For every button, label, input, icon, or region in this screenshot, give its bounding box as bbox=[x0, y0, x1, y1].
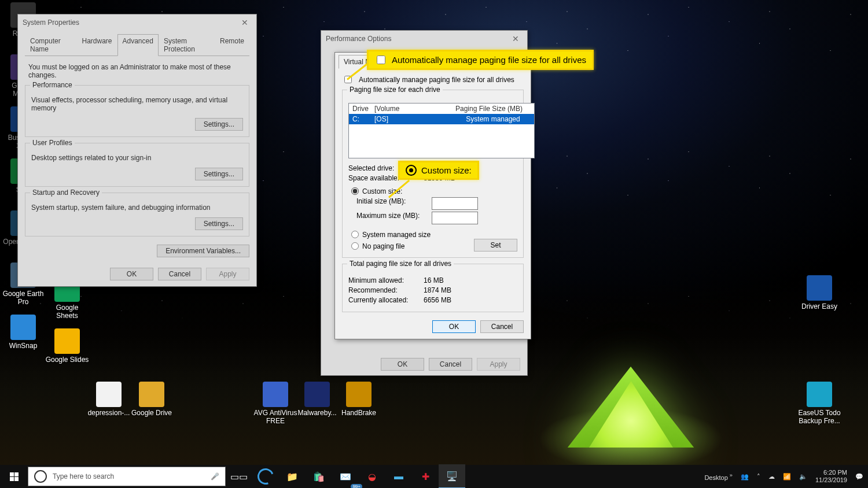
tab-system-protection[interactable]: System Protection bbox=[159, 34, 215, 56]
taskbar: Type here to search 🎤 ▭▭ 📁 🛍️ ✉️ ◒ ▬ ✚ 🖥… bbox=[0, 465, 868, 488]
apply-button[interactable]: Apply bbox=[206, 268, 249, 280]
window-title: System Properties bbox=[23, 19, 79, 27]
start-button[interactable] bbox=[0, 465, 28, 488]
desktop-icon[interactable]: EaseUS Todo Backup Fre... bbox=[797, 382, 841, 426]
startup-settings-button[interactable]: Settings... bbox=[195, 217, 243, 230]
vivaldi-icon[interactable]: ◒ bbox=[359, 465, 385, 488]
tab-remote[interactable]: Remote bbox=[215, 34, 249, 56]
search-input[interactable]: Type here to search 🎤 bbox=[28, 467, 226, 486]
titlebar[interactable]: System Properties ✕ bbox=[18, 14, 256, 31]
vm-cancel-button[interactable]: Cancel bbox=[480, 320, 524, 333]
radio-custom-size[interactable]: Custom size: bbox=[348, 186, 517, 195]
desktop-icon[interactable]: HandBrake bbox=[337, 382, 381, 417]
callout-auto-manage: Automatically manage paging file size fo… bbox=[367, 50, 594, 70]
po-apply-button[interactable]: Apply bbox=[477, 358, 520, 371]
app-icon-1[interactable]: ▬ bbox=[385, 465, 412, 488]
admin-note: You must be logged on as an Administrato… bbox=[28, 63, 246, 79]
store-icon[interactable]: 🛍️ bbox=[306, 465, 332, 488]
file-explorer-icon[interactable]: 📁 bbox=[279, 465, 306, 488]
app-icon-2[interactable]: ✚ bbox=[412, 465, 439, 488]
desktop-icon[interactable]: Google Drive bbox=[130, 382, 174, 417]
radio-no-paging[interactable]: No paging file bbox=[348, 241, 404, 250]
mail-icon[interactable]: ✉️ bbox=[332, 465, 359, 488]
desktop-icon[interactable]: WinSnap bbox=[1, 315, 45, 350]
people-icon[interactable]: 👥 bbox=[741, 473, 749, 480]
ok-button[interactable]: OK bbox=[110, 268, 153, 280]
volume-icon[interactable]: 🔈 bbox=[799, 473, 807, 480]
initial-size-input[interactable] bbox=[432, 197, 478, 210]
set-button[interactable]: Set bbox=[474, 239, 517, 252]
cancel-button[interactable]: Cancel bbox=[158, 268, 201, 280]
notifications-icon[interactable]: 💬 bbox=[855, 473, 863, 480]
desktop-icon[interactable]: AVG AntiVirus FREE bbox=[253, 382, 297, 426]
po-cancel-button[interactable]: Cancel bbox=[429, 358, 472, 371]
close-icon[interactable]: ✕ bbox=[509, 34, 523, 43]
desktop-icon[interactable]: Google Slides bbox=[45, 328, 89, 364]
edge-icon[interactable] bbox=[252, 465, 279, 488]
drive-list[interactable]: Drive[VolumePaging File Size (MB) C: [OS… bbox=[348, 103, 535, 158]
callout-custom-size: Custom size: bbox=[398, 161, 479, 180]
titlebar[interactable]: Performance Options ✕ bbox=[321, 31, 527, 47]
system-properties-window: System Properties ✕ Computer Name Hardwa… bbox=[17, 14, 257, 287]
auto-manage-checkbox[interactable]: Automatically manage paging file size fo… bbox=[342, 74, 524, 85]
task-view-icon[interactable]: ▭▭ bbox=[226, 465, 252, 488]
clock[interactable]: 6:20 PM 11/23/2019 bbox=[815, 469, 847, 484]
wifi-icon[interactable]: 📶 bbox=[783, 473, 791, 480]
po-ok-button[interactable]: OK bbox=[381, 358, 424, 371]
close-icon[interactable]: ✕ bbox=[238, 18, 252, 27]
virtual-memory-dialog: Virtual Memory Automatically manage pagi… bbox=[334, 52, 531, 339]
radio-system-managed[interactable]: System managed size bbox=[348, 229, 517, 239]
tray-chevron-icon[interactable]: ˄ bbox=[757, 473, 760, 480]
mic-icon[interactable]: 🎤 bbox=[211, 472, 219, 480]
tab-computer-name[interactable]: Computer Name bbox=[25, 34, 76, 56]
window-title: Performance Options bbox=[326, 35, 391, 43]
performance-settings-button[interactable]: Settings... bbox=[195, 118, 243, 131]
onedrive-icon[interactable]: ☁ bbox=[768, 473, 775, 480]
sysprops-tabs: Computer Name Hardware Advanced System P… bbox=[25, 34, 249, 56]
profiles-settings-button[interactable]: Settings... bbox=[195, 168, 243, 180]
drive-row-c[interactable]: C: [OS] System managed bbox=[349, 114, 534, 124]
tab-advanced[interactable]: Advanced bbox=[117, 34, 159, 56]
callout-checkbox-icon bbox=[377, 56, 385, 64]
desktop-icon[interactable]: Driver Easy bbox=[797, 275, 841, 311]
tab-hardware[interactable]: Hardware bbox=[76, 34, 117, 56]
vm-ok-button[interactable]: OK bbox=[432, 320, 476, 333]
maximum-size-input[interactable] bbox=[432, 212, 478, 224]
cortana-icon bbox=[34, 470, 47, 483]
env-vars-button[interactable]: Environment Variables... bbox=[157, 245, 249, 257]
system-properties-taskbar-icon[interactable]: 🖥️ bbox=[439, 464, 465, 488]
callout-radio-icon bbox=[406, 165, 417, 176]
desktop-icon[interactable]: Malwareby... bbox=[295, 382, 339, 417]
desktop-icon[interactable]: depression-... bbox=[87, 382, 131, 417]
desktop-toolbar[interactable]: Desktop » bbox=[704, 472, 733, 481]
